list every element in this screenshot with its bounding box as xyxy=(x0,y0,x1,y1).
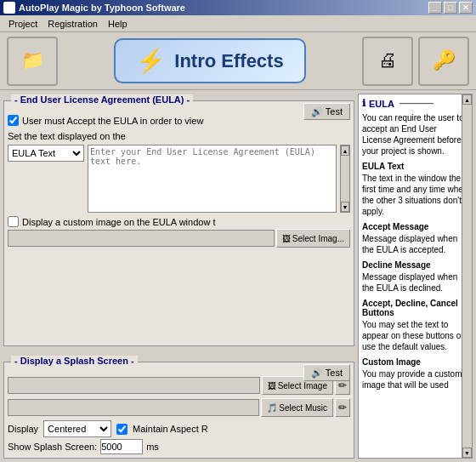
help-icon: ℹ xyxy=(362,98,366,109)
window-controls: _ □ ✕ xyxy=(428,2,473,14)
eula-checkbox[interactable] xyxy=(8,115,19,126)
toolbar-btn-3[interactable]: 🔑 xyxy=(418,37,469,86)
custom-image-row: Display a custom image on the EULA windo… xyxy=(8,216,350,227)
show-value-input[interactable] xyxy=(100,439,143,454)
edit-music-button[interactable]: ✏ xyxy=(335,398,350,417)
title-bar: AutoPlay Magic by Typhoon Software _ □ ✕ xyxy=(0,0,476,15)
custom-image-label: Display a custom image on the EULA windo… xyxy=(22,217,215,227)
toolbar-btn-2[interactable]: 🖨 xyxy=(362,37,413,86)
splash-test-icon: 🔊 xyxy=(311,368,323,379)
display-dropdown[interactable]: Centered Stretched Tiled xyxy=(43,420,111,437)
splash-music-icon: 🎵 xyxy=(267,403,277,413)
help-section-buttons: Accept, Decline, Cancel Buttons xyxy=(362,299,468,317)
help-text-eula: The text in the window the first time an… xyxy=(362,173,468,217)
toolbar-btn-1[interactable]: 📁 xyxy=(7,37,58,86)
help-text-accept: Message displayed when the EULA is accep… xyxy=(362,233,468,255)
help-panel: ℹ EULA ———— You can require the user to … xyxy=(358,94,473,459)
splash-music-path[interactable] xyxy=(8,399,259,416)
help-text-custom-image: You may provide a custom image that will… xyxy=(362,368,468,391)
custom-image-checkbox[interactable] xyxy=(8,216,19,227)
toolbar: 📁 ⚡ Intro Effects 🖨 🔑 xyxy=(0,32,476,90)
eula-test-button[interactable]: 🔊 Test xyxy=(303,103,350,120)
toolbar-title: Intro Effects xyxy=(174,50,283,72)
close-button[interactable]: ✕ xyxy=(459,2,473,14)
scroll-up-btn[interactable]: ▲ xyxy=(341,145,349,156)
splash-section-title: - Display a Splash Screen - xyxy=(11,356,138,366)
maximize-button[interactable]: □ xyxy=(444,2,457,14)
help-section-accept: Accept Message xyxy=(362,222,468,231)
eula-test-icon: 🔊 xyxy=(311,106,323,117)
menu-help[interactable]: Help xyxy=(103,17,133,31)
help-scroll-down[interactable]: ▼ xyxy=(462,448,472,458)
help-scroll-up[interactable]: ▲ xyxy=(462,94,472,105)
show-label: Show Splash Screen: xyxy=(8,442,97,452)
eula-textarea[interactable] xyxy=(88,145,337,213)
eula-scrollbar[interactable]: ▲ ▼ xyxy=(340,145,350,213)
menu-bar: Project Registration Help xyxy=(0,15,476,32)
help-section-decline: Decline Message xyxy=(362,260,468,270)
toolbar-icon-1: 📁 xyxy=(21,49,44,71)
main-content: - End User License Agreement (EULA) - 🔊 … xyxy=(0,90,476,462)
help-section-eula-text: EULA Text xyxy=(362,162,468,171)
custom-image-path-row: 🖼 Select Imag... xyxy=(8,229,350,248)
help-scrollbar[interactable]: ▲ ▼ xyxy=(462,94,472,458)
scroll-track xyxy=(341,156,349,202)
toolbar-title-box: ⚡ Intro Effects xyxy=(114,38,305,83)
toolbar-title-area: ⚡ Intro Effects xyxy=(63,38,357,83)
splash-image-path[interactable] xyxy=(8,377,260,394)
display-label: Display xyxy=(8,424,38,434)
help-scroll-track xyxy=(462,105,472,448)
toolbar-icon-3: 🔑 xyxy=(433,49,456,71)
eula-section-title: - End User License Agreement (EULA) - xyxy=(11,94,193,105)
help-text-buttons: You may set the text to appear on these … xyxy=(362,319,468,352)
select-image-icon: 🖼 xyxy=(282,234,291,243)
select-music-button[interactable]: 🎵 Select Music xyxy=(261,398,333,417)
minimize-button[interactable]: _ xyxy=(428,2,442,14)
effects-icon: ⚡ xyxy=(136,47,166,75)
help-intro: You can require the user to accept an En… xyxy=(362,112,468,157)
show-unit: ms xyxy=(146,442,159,452)
splash-test-button[interactable]: 🔊 Test xyxy=(303,364,350,381)
toolbar-icon-2: 🖨 xyxy=(378,49,397,71)
maintain-aspect-label: Maintain Aspect R xyxy=(133,424,208,434)
menu-registration[interactable]: Registration xyxy=(42,17,103,31)
app-icon xyxy=(3,2,15,14)
maintain-aspect-checkbox[interactable] xyxy=(116,424,128,435)
splash-img-icon: 🖼 xyxy=(268,381,276,391)
menu-project[interactable]: Project xyxy=(3,17,42,31)
splash-music-row: 🎵 Select Music ✏ xyxy=(8,398,350,417)
set-text-label: Set the text displayed on the xyxy=(8,131,126,141)
eula-checkbox-label: User must Accept the EULA in order to vi… xyxy=(22,116,203,126)
eula-section: - End User License Agreement (EULA) - 🔊 … xyxy=(3,100,354,346)
splash-section: - Display a Splash Screen - 🔊 Test 🖼 Sel… xyxy=(3,362,354,459)
custom-image-path-input[interactable] xyxy=(8,230,275,247)
eula-checkbox-row: User must Accept the EULA in order to vi… xyxy=(8,115,350,126)
eula-input-row: EULA Text Accept Message Decline Message… xyxy=(8,145,350,213)
show-row: Show Splash Screen: ms xyxy=(8,439,350,454)
set-text-row: Set the text displayed on the xyxy=(8,131,350,141)
help-title: ℹ EULA ———— xyxy=(362,98,468,109)
eula-type-dropdown[interactable]: EULA Text Accept Message Decline Message xyxy=(8,145,84,162)
select-image-button[interactable]: 🖼 Select Imag... xyxy=(276,229,350,248)
display-row: Display Centered Stretched Tiled Maintai… xyxy=(8,420,350,437)
help-section-custom-image: Custom Image xyxy=(362,357,468,367)
app-title: AutoPlay Magic by Typhoon Software xyxy=(19,3,185,13)
splash-image-row: 🖼 Select Image ✏ xyxy=(8,376,350,395)
scroll-down-btn[interactable]: ▼ xyxy=(341,202,349,212)
help-text-decline: Message displayed when the EULA is decli… xyxy=(362,271,468,294)
left-panel: - End User License Agreement (EULA) - 🔊 … xyxy=(3,94,354,459)
